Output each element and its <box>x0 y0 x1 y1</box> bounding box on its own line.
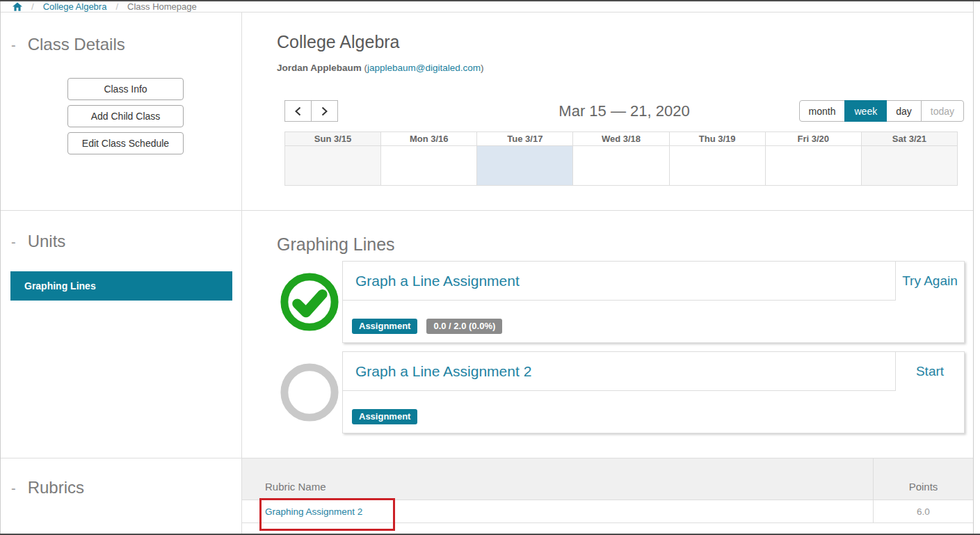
chevron-left-icon <box>294 106 302 116</box>
class-homepage: / College Algebra / Class Homepage - Cla… <box>0 0 980 535</box>
page-title: College Algebra <box>277 32 964 52</box>
instructor-line: Jordan Applebaum (japplebaum@digitaled.c… <box>277 62 964 74</box>
calendar-day-cell-today[interactable] <box>477 146 573 186</box>
add-child-class-button[interactable]: Add Child Class <box>67 105 184 127</box>
rubric-points-cell: 6.0 <box>873 500 973 522</box>
calendar-header-row: Sun 3/15 Mon 3/16 Tue 3/17 Wed 3/18 Thu … <box>285 132 958 146</box>
edit-class-schedule-button[interactable]: Edit Class Schedule <box>67 132 184 154</box>
assignment-title-link[interactable]: Graph a Line Assignment <box>355 273 520 289</box>
home-icon[interactable] <box>13 2 22 11</box>
unit-section-title: Graphing Lines <box>277 234 965 255</box>
row-units: - Units Graphing Lines Graphing Lines <box>1 211 973 458</box>
class-details-title: Class Details <box>28 35 125 54</box>
assignment-badges: Assignment <box>343 391 964 424</box>
instructor-name: Jordan Applebaum <box>277 63 362 73</box>
not-started-circle-icon <box>280 363 339 422</box>
assignment-title-box: Graph a Line Assignment <box>342 261 896 301</box>
assignment-badges: Assignment 0.0 / 2.0 (0.0%) <box>343 301 964 334</box>
class-details-buttons: Class Info Add Child Class Edit Class Sc… <box>67 78 184 154</box>
week-calendar: Sun 3/15 Mon 3/16 Tue 3/17 Wed 3/18 Thu … <box>284 131 958 186</box>
calendar-day-header: Wed 3/18 <box>573 132 669 146</box>
calendar-day-header: Tue 3/17 <box>477 132 573 146</box>
chevron-right-icon <box>321 106 328 116</box>
collapse-toggle-units[interactable]: - <box>11 235 16 249</box>
assignment-type-badge: Assignment <box>352 319 417 334</box>
assignment-action-zone: Try Again <box>896 262 964 301</box>
complete-check-icon <box>280 273 339 331</box>
calendar-day-cell[interactable] <box>381 146 477 186</box>
calendar-day-header: Sun 3/15 <box>285 132 381 146</box>
points-column-header: Points <box>873 458 973 500</box>
calendar-toolbar: Mar 15 — 21, 2020 month week day today <box>284 100 964 122</box>
breadcrumb-separator: / <box>115 1 118 12</box>
rubric-name-column-header: Rubric Name <box>242 458 873 500</box>
sidebar-units: - Units Graphing Lines <box>1 211 242 458</box>
assignment-score-badge: 0.0 / 2.0 (0.0%) <box>426 319 502 334</box>
calendar-day-cell[interactable] <box>573 146 669 186</box>
rubric-table-row: Graphing Assignment 2 6.0 <box>242 500 973 523</box>
sidebar-item-graphing-lines[interactable]: Graphing Lines <box>10 271 232 301</box>
units-title: Units <box>28 232 66 251</box>
assignment-action-zone: Start <box>896 352 964 391</box>
rubric-name-cell: Graphing Assignment 2 <box>242 500 873 522</box>
calendar-prev-button[interactable] <box>284 100 312 122</box>
rubrics-title: Rubrics <box>28 478 84 497</box>
rubrics-table: Rubric Name Points Graphing Assignment 2… <box>242 458 973 534</box>
row-rubrics: - Rubrics Rubric Name Points Graphing As… <box>1 458 973 534</box>
breadcrumb-link-college-algebra[interactable]: College Algebra <box>43 1 107 12</box>
assignment-card-head: Graph a Line Assignment 2 Start <box>343 352 964 391</box>
assignment-list: Graph a Line Assignment Try Again Assign… <box>277 261 965 433</box>
main-class-header: College Algebra Jordan Applebaum (japple… <box>242 13 973 210</box>
collapse-toggle-rubrics[interactable]: - <box>11 481 16 495</box>
sidebar-class-details: - Class Details Class Info Add Child Cla… <box>1 13 242 210</box>
assignment-title-box: Graph a Line Assignment 2 <box>342 351 896 391</box>
rubric-link-graphing-assignment-2[interactable]: Graphing Assignment 2 <box>265 506 362 517</box>
assignment-type-badge: Assignment <box>352 409 417 424</box>
calendar-day-header: Mon 3/16 <box>381 132 477 146</box>
today-button[interactable]: today <box>921 100 964 122</box>
sidebar-rubrics: - Rubrics <box>1 458 242 534</box>
calendar-day-cell[interactable] <box>285 146 381 186</box>
calendar-day-header: Sat 3/21 <box>861 132 957 146</box>
breadcrumb-separator: / <box>31 1 34 12</box>
rubrics-section-head: - Rubrics <box>1 478 241 497</box>
assignment-card-head: Graph a Line Assignment Try Again <box>343 262 964 301</box>
try-again-link[interactable]: Try Again <box>902 273 958 289</box>
calendar-day-cell[interactable] <box>669 146 765 186</box>
calendar-next-button[interactable] <box>311 100 338 122</box>
class-details-section-head: - Class Details <box>1 35 241 54</box>
instructor-email-link[interactable]: japplebaum@digitaled.com <box>367 63 481 73</box>
content-frame: / College Algebra / Class Homepage - Cla… <box>0 1 974 534</box>
calendar-day-header: Fri 3/20 <box>765 132 861 146</box>
row-class-details: - Class Details Class Info Add Child Cla… <box>1 13 973 211</box>
assignment-card: Graph a Line Assignment 2 Start Assignme… <box>342 351 965 433</box>
collapse-toggle-class-details[interactable]: - <box>11 38 16 52</box>
email-paren-close: ) <box>481 63 484 73</box>
main-unit-content: Graphing Lines Graph a Li <box>242 211 973 458</box>
calendar-nav <box>284 100 338 122</box>
calendar-day-cell[interactable] <box>765 146 861 186</box>
start-link[interactable]: Start <box>916 364 944 379</box>
calendar-day-cell[interactable] <box>861 146 957 186</box>
window-top-edge <box>0 0 980 1</box>
breadcrumb: / College Algebra / Class Homepage <box>1 1 973 13</box>
calendar-view-switcher: month week day today <box>799 100 964 122</box>
calendar-body-row <box>285 146 958 186</box>
assignment-row: Graph a Line Assignment 2 Start Assignme… <box>277 351 965 433</box>
day-view-button[interactable]: day <box>886 100 922 122</box>
units-section-head: - Units <box>1 232 241 251</box>
month-view-button[interactable]: month <box>799 100 846 122</box>
assignment-title-link[interactable]: Graph a Line Assignment 2 <box>355 363 531 380</box>
week-view-button[interactable]: week <box>844 100 887 122</box>
class-info-button[interactable]: Class Info <box>67 78 184 100</box>
calendar-day-header: Thu 3/19 <box>669 132 765 146</box>
assignment-card: Graph a Line Assignment Try Again Assign… <box>342 261 965 343</box>
assignment-row: Graph a Line Assignment Try Again Assign… <box>277 261 965 343</box>
breadcrumb-current-page: Class Homepage <box>127 1 197 12</box>
rubrics-table-header: Rubric Name Points <box>242 458 973 500</box>
